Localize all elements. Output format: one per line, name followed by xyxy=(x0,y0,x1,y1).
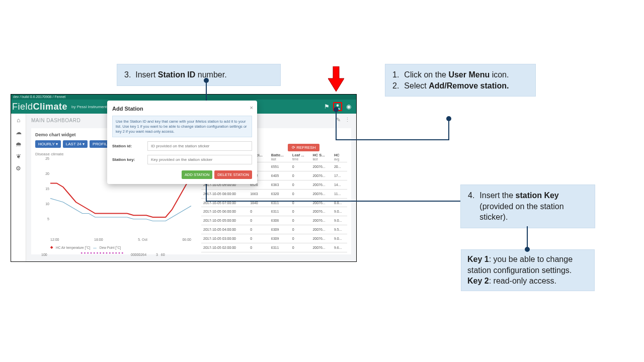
close-icon[interactable]: × xyxy=(250,105,253,111)
table-row: 2017-10-05 05:00:0006306020076...9.0... xyxy=(201,216,347,225)
leaf-icon[interactable]: ❦ xyxy=(16,153,21,160)
col-hc: HCavg xyxy=(332,152,347,162)
callout-steps-1-2: 1. Click on the User Menu icon. 2. Selec… xyxy=(385,64,536,97)
table-cell: 0 xyxy=(290,234,311,243)
ytick: 10 xyxy=(35,202,49,217)
svg-point-7 xyxy=(447,117,451,121)
table-cell: 20076... xyxy=(310,180,332,189)
mini-center: 00000264 xyxy=(131,253,146,256)
mini-100: 100 xyxy=(41,253,47,256)
table-cell: 6320 xyxy=(269,189,290,198)
table-cell: 0 xyxy=(290,162,311,171)
table-row: 2017-10-05 02:00:0006311020076...9.6... xyxy=(201,243,347,252)
brand-b: Climate xyxy=(33,102,68,112)
text: Click on the xyxy=(404,70,448,79)
table-cell: 8.8... xyxy=(332,198,347,207)
table-cell: 20076... xyxy=(310,171,332,180)
table-cell: 20076... xyxy=(310,216,332,225)
table-cell: 6306 xyxy=(269,216,290,225)
table-cell: 0 xyxy=(290,225,311,234)
table-cell: 9.0... xyxy=(332,207,347,216)
table-cell: 9.0... xyxy=(332,216,347,225)
y-axis-ticks: 25 20 15 10 5 xyxy=(35,157,49,232)
table-cell: 1840 xyxy=(248,198,269,207)
table-cell: 20... xyxy=(332,162,347,171)
refresh-button[interactable]: ⟳ REFRESH xyxy=(288,144,319,151)
col-batt: Batte...last xyxy=(269,152,290,162)
svg-point-1 xyxy=(337,104,339,107)
add-station-button[interactable]: ADD STATION xyxy=(182,170,212,179)
text-bold: Add/Remove station. xyxy=(429,81,509,90)
table-cell: 20076... xyxy=(310,162,332,171)
edit-icon[interactable]: ✎ xyxy=(336,117,341,123)
add-station-modal: Add Station × Use the Station ID and key… xyxy=(107,101,257,184)
flag-icon[interactable]: ⚑ xyxy=(322,102,331,111)
mini-r2: 60 xyxy=(161,253,165,256)
kebab-icon[interactable]: ⋮ xyxy=(345,117,350,123)
table-cell: 6551 xyxy=(269,162,290,171)
brand-logo: FieldClimate xyxy=(12,102,67,112)
text-bold: station Key xyxy=(516,191,559,200)
ytick: 5 xyxy=(35,217,49,232)
xtick: 5. Oct xyxy=(138,238,147,241)
table-cell: 0 xyxy=(248,243,269,252)
dropdown-hourly[interactable]: HOURLY ▾ xyxy=(35,140,61,148)
left-rail: ⌂ ☁ 🌧 ❦ ⚙ xyxy=(11,114,26,261)
table-cell: 0 xyxy=(290,189,311,198)
table-cell: 20076... xyxy=(310,198,332,207)
table-cell: 0 xyxy=(290,171,311,180)
table-cell: 1663 xyxy=(248,189,269,198)
text-bold: Station ID xyxy=(158,70,196,79)
table-cell: 6311 xyxy=(269,207,290,216)
table-cell: 20076... xyxy=(310,234,332,243)
table-cell: 20076... xyxy=(310,189,332,198)
xtick: 18:00 xyxy=(94,238,103,241)
table-cell: 2017-10-05 06:00:00 xyxy=(201,207,248,216)
table-row: 2017-10-05 08:00:0016636320020076...11..… xyxy=(201,189,347,198)
table-cell: 20076... xyxy=(310,243,332,252)
text: (provided on the station sticker). xyxy=(479,202,564,222)
table-row: 2017-10-05 06:00:0006311020076...9.0... xyxy=(201,207,347,216)
table-cell: 9.0... xyxy=(332,234,347,243)
rain-icon[interactable]: 🌧 xyxy=(16,141,22,148)
chart-icon[interactable]: ☁ xyxy=(16,129,22,136)
table-row: 2017-10-05 07:00:0018406311020076...8.8.… xyxy=(201,198,347,207)
table-cell: 6311 xyxy=(269,243,290,252)
table-cell: 17... xyxy=(332,171,347,180)
home-icon[interactable]: ⌂ xyxy=(17,117,20,124)
table-cell: 6405 xyxy=(269,171,290,180)
xtick: 06:00 xyxy=(182,238,191,241)
modal-info: Use the Station ID and key that came wit… xyxy=(112,116,252,137)
station-id-label: Station id: xyxy=(112,144,144,148)
x-axis-ticks: 12:00 18:00 5. Oct 06:00 xyxy=(50,238,191,241)
table-row: 2017-10-05 03:00:0006309020076...9.0... xyxy=(201,234,347,243)
gear-icon[interactable]: ⚙ xyxy=(16,165,21,172)
red-arrow-icon xyxy=(328,66,344,92)
table-cell: 6363 xyxy=(269,180,290,189)
table-cell: 20076... xyxy=(310,225,332,234)
text: Insert xyxy=(135,70,157,79)
table-cell: 0 xyxy=(248,234,269,243)
ytick: 20 xyxy=(35,172,49,187)
station-key-label: Station key: xyxy=(112,157,144,162)
build-strip: dev / build 0.6.20170906 / Fennet xyxy=(11,95,356,100)
broadcast-icon[interactable]: ◉ xyxy=(344,102,353,111)
key2-label: Key 2 xyxy=(467,277,489,285)
chart-sub-strip: 100 ●●●●●●●●●●●●●● 00000264 3 60 xyxy=(50,248,191,256)
text-bold: User Menu xyxy=(448,70,490,79)
table-cell: 11... xyxy=(332,189,347,198)
table-cell: 6311 xyxy=(269,198,290,207)
col-leaf: Leaf ...time xyxy=(290,152,311,162)
svg-marker-0 xyxy=(328,66,344,92)
user-menu-icon[interactable] xyxy=(333,102,342,111)
delete-station-button[interactable]: DELETE STATION xyxy=(214,170,252,179)
station-id-input[interactable] xyxy=(147,141,252,151)
text: number. xyxy=(195,70,226,79)
dropdown-last24[interactable]: LAST 24 ▾ xyxy=(63,140,88,148)
text: Insert the xyxy=(479,191,515,200)
station-key-input[interactable] xyxy=(147,155,252,164)
mini-r1: 3 xyxy=(156,253,158,256)
table-cell: 0 xyxy=(290,198,311,207)
table-cell: 0 xyxy=(248,216,269,225)
table-cell: 9.5... xyxy=(332,225,347,234)
